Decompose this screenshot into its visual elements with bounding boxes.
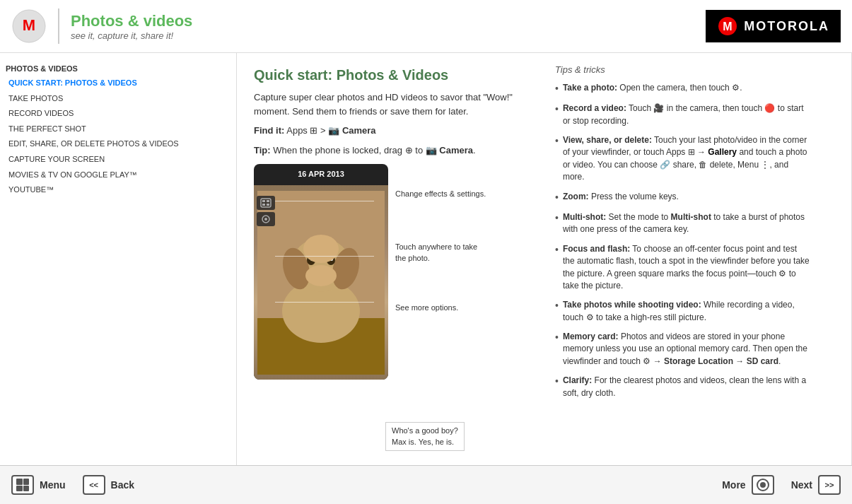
tip-item-take-photo: • Take a photo: Open the camera, then to… [555, 82, 810, 95]
dog-svg [257, 191, 385, 375]
tip: Tip: When the phone is locked, drag ⊕ to… [254, 143, 524, 158]
more-icon [752, 475, 774, 495]
sidebar-item-record-videos[interactable]: RECORD VIDEOS [6, 106, 230, 122]
tip-item-photos-while-video: • Take photos while shooting video: Whil… [555, 299, 810, 324]
bullet-icon: • [555, 190, 559, 204]
bottom-right: More Next [722, 475, 841, 495]
svg-text:M: M [723, 20, 733, 33]
callout-labels: Change effects & settings. Touch anywher… [395, 164, 487, 314]
back-icon [83, 475, 105, 495]
tip-content: Multi-shot: Set the mode to Multi-shot t… [563, 211, 810, 236]
next-button[interactable]: Next [791, 475, 841, 495]
svg-point-16 [305, 265, 337, 286]
next-icon [818, 475, 841, 495]
sidebar-item-youtube[interactable]: YOUTUBE™ [6, 182, 230, 198]
bullet-icon: • [555, 330, 559, 368]
svg-rect-17 [261, 199, 271, 207]
header: M Photos & videos see it, capture it, sh… [0, 0, 852, 53]
tip-label: Tip: [254, 145, 271, 156]
svg-point-23 [264, 218, 267, 221]
sidebar-item-capture-screen[interactable]: CAPTURE YOUR SCREEN [6, 152, 230, 168]
back-button[interactable]: Back [83, 475, 134, 495]
tip-content: Memory card: Photos and videos are store… [563, 331, 810, 368]
back-label: Back [111, 479, 134, 491]
header-title-block: Photos & videos see it, capture it, shar… [71, 12, 192, 41]
tip-item-view-share: • View, share, or delete: Touch your las… [555, 134, 810, 184]
menu-button[interactable]: Menu [11, 475, 66, 495]
motorola-logo-right: M MOTOROLA [706, 10, 841, 42]
chevron-right-icon [825, 480, 834, 490]
tip-item-zoom: • Zoom: Press the volume keys. [555, 191, 810, 204]
tips-section: Tips & tricks • Take a photo: Open the c… [541, 53, 824, 465]
tip-content: Clarify: For the clearest photos and vid… [563, 375, 810, 399]
chevron-left-icon [89, 480, 98, 490]
tip-item-multishot: • Multi-shot: Set the mode to Multi-shot… [555, 211, 810, 236]
grid-icon [16, 479, 29, 491]
main-content: Quick start: Photos & Videos Capture sup… [237, 53, 541, 465]
bottom-bar: Menu Back More Next [0, 465, 852, 504]
svg-rect-20 [262, 204, 265, 206]
next-label: Next [791, 479, 812, 491]
section-title: Quick start: Photos & Videos [254, 67, 524, 83]
circle-icon [757, 479, 769, 491]
callout-line-2 [275, 256, 374, 257]
bullet-icon: • [555, 134, 559, 184]
tip-item-memory-card: • Memory card: Photos and videos are sto… [555, 331, 810, 368]
bullet-icon: • [555, 298, 559, 324]
camera-controls [257, 196, 275, 226]
tip-content: Record a video: Touch 🎥 in the camera, t… [563, 102, 810, 127]
sidebar-section-title: PHOTOS & VIDEOS [6, 64, 230, 73]
find-it-text: Apps ⊞ > 📷 Camera [286, 125, 375, 136]
good-boy-line2: Max is. Yes, he is. [392, 437, 458, 447]
bullet-icon: • [555, 81, 559, 95]
callout-line-1 [275, 201, 374, 201]
camera-section: 16 APR 2013 [254, 164, 524, 380]
bullet-icon: • [555, 374, 559, 399]
tip-item-record: • Record a video: Touch 🎥 in the camera,… [555, 102, 810, 127]
menu-icon [11, 475, 34, 495]
main-layout: PHOTOS & VIDEOS QUICK START: PHOTOS & VI… [0, 53, 852, 465]
callout-line-3 [275, 302, 374, 303]
sidebar-item-take-photos[interactable]: TAKE PHOTOS [6, 91, 230, 107]
tip-content: Take a photo: Open the camera, then touc… [563, 82, 810, 95]
content-area: Quick start: Photos & Videos Capture sup… [237, 53, 852, 465]
camera-phone: 16 APR 2013 [254, 164, 388, 380]
good-boy-box: Who's a good boy? Max is. Yes, he is. [385, 422, 465, 451]
callout-1: Change effects & settings. [395, 189, 487, 199]
tips-list: • Take a photo: Open the camera, then to… [555, 82, 810, 399]
header-divider [58, 8, 59, 44]
page-title: Photos & videos [71, 12, 192, 30]
good-boy-line1: Who's a good boy? [392, 426, 458, 436]
camera-date: 16 APR 2013 [298, 170, 344, 178]
tip-content: View, share, or delete: Touch your last … [563, 134, 810, 184]
tip-text: When the phone is locked, drag ⊕ to 📷 Ca… [273, 145, 475, 156]
brand-name: MOTOROLA [744, 19, 829, 34]
bullet-icon: • [555, 242, 559, 293]
tip-content: Take photos while shooting video: While … [563, 299, 810, 324]
svg-rect-19 [267, 200, 269, 202]
tips-title: Tips & tricks [555, 64, 810, 75]
tip-content: Focus and flash: To choose an off-center… [563, 243, 810, 293]
svg-point-15 [303, 235, 339, 263]
cam-btn-1[interactable] [257, 196, 275, 210]
find-it-label: Find it: [254, 125, 284, 136]
header-left: M Photos & videos see it, capture it, sh… [11, 8, 192, 44]
sidebar-item-quick-start[interactable]: QUICK START: PHOTOS & VIDEOS [6, 76, 230, 91]
svg-rect-18 [262, 200, 265, 202]
section-description: Capture super clear photos and HD videos… [254, 90, 524, 118]
find-it: Find it: Apps ⊞ > 📷 Camera [254, 124, 524, 138]
svg-rect-21 [267, 204, 269, 206]
more-label: More [722, 479, 745, 491]
sidebar: PHOTOS & VIDEOS QUICK START: PHOTOS & VI… [0, 53, 237, 465]
more-button[interactable]: More [722, 475, 774, 495]
tip-content: Zoom: Press the volume keys. [563, 191, 810, 204]
callout-2: Touch anywhere to take the photo. [395, 242, 487, 264]
sidebar-item-movies-tv[interactable]: MOVIES & TV ON GOOGLE PLAY™ [6, 168, 230, 183]
sidebar-item-perfect-shot[interactable]: THE PERFECT SHOT [6, 122, 230, 137]
bullet-icon: • [555, 211, 559, 236]
cam-btn-2[interactable] [257, 212, 275, 226]
menu-label: Menu [40, 479, 66, 491]
sidebar-item-edit-share[interactable]: EDIT, SHARE, OR DELETE PHOTOS & VIDEOS [6, 136, 230, 152]
bottom-left: Menu Back [11, 475, 134, 495]
bullet-icon: • [555, 102, 559, 127]
